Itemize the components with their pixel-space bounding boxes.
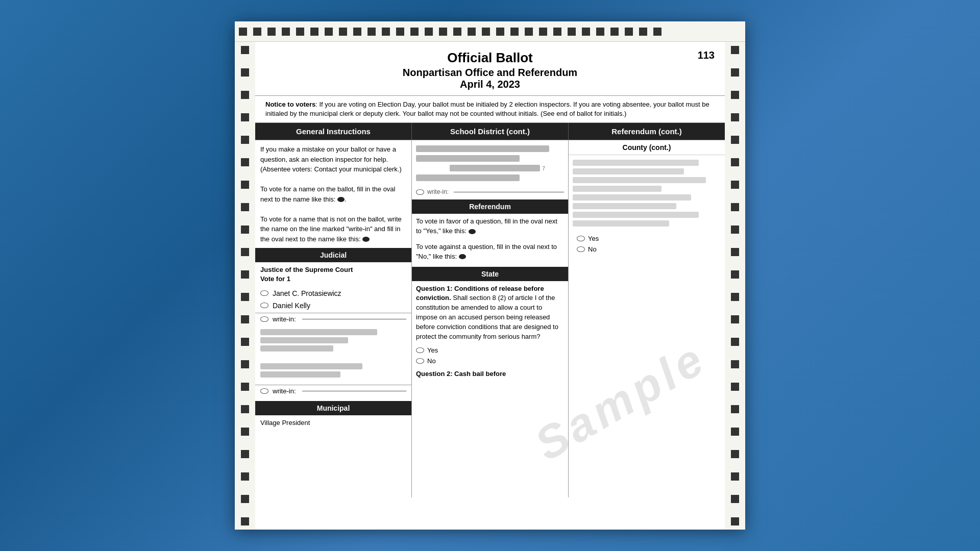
- race-title: Justice of the Supreme Court: [260, 266, 353, 273]
- write-in-oval[interactable]: [260, 316, 268, 322]
- question1-text: Question 1: Conditions of release before…: [412, 281, 568, 345]
- judicial-section-header: Judicial: [255, 248, 411, 262]
- school-write-in-label: write-in:: [427, 188, 449, 195]
- punch-hole: [731, 360, 739, 368]
- col2-header: School District (cont.): [412, 123, 569, 140]
- referendum-section-header: Referendum: [412, 199, 568, 214]
- punch-hole: [241, 113, 249, 121]
- right-punch-side: [725, 42, 745, 530]
- oval-yes-example: [469, 229, 476, 234]
- oval-filled-example2: [362, 237, 370, 242]
- punch-hole: [439, 28, 447, 36]
- county-blur-line: [573, 160, 699, 166]
- punch-hole: [731, 383, 739, 391]
- candidate-oval[interactable]: [260, 303, 268, 308]
- ballot-header: 113 Official Ballot Nonpartisan Office a…: [255, 42, 725, 96]
- punch-hole: [539, 28, 547, 36]
- question1-no-label: No: [427, 357, 436, 365]
- punch-hole: [241, 203, 249, 211]
- punch-hole: [241, 517, 249, 525]
- ballot-document: 113 Official Ballot Nonpartisan Office a…: [235, 21, 745, 530]
- punch-hole: [282, 28, 290, 36]
- punch-hole: [241, 181, 249, 189]
- question2-partial: Question 2: Cash bail before: [412, 366, 568, 382]
- punch-hole: [596, 28, 604, 36]
- punch-hole: [468, 28, 476, 36]
- punch-hole: [241, 405, 249, 413]
- question2-title: Question 2: Cash bail before: [416, 370, 506, 378]
- page-number: 113: [698, 49, 715, 61]
- judicial-race-item: Justice of the Supreme Court Vote for 1: [255, 262, 411, 287]
- punch-hole: [731, 338, 739, 346]
- ballot-date: April 4, 2023: [265, 79, 715, 90]
- punch-hole: [568, 28, 576, 36]
- punch-hole: [731, 136, 739, 144]
- punch-hole: [410, 28, 419, 36]
- punch-hole: [482, 28, 490, 36]
- write-in-label: write-in:: [273, 315, 296, 323]
- punch-hole: [241, 450, 249, 458]
- candidate-oval[interactable]: [260, 290, 268, 296]
- ballot-body: 113 Official Ballot Nonpartisan Office a…: [235, 42, 745, 530]
- left-punch-side: [235, 42, 255, 530]
- punch-hole: [453, 28, 461, 36]
- punch-hole: [241, 270, 249, 279]
- question1-yes-row: Yes: [412, 345, 568, 356]
- punch-hole: [496, 28, 504, 36]
- sd-blurred-line: [416, 145, 549, 152]
- punch-hole: [731, 46, 739, 54]
- blurred-line: [260, 329, 377, 335]
- village-president-label: Village President: [260, 419, 310, 427]
- question1-no-oval[interactable]: [416, 358, 424, 364]
- punch-hole: [625, 28, 633, 36]
- county-yes-label: Yes: [588, 235, 599, 242]
- county-yes-oval[interactable]: [577, 236, 585, 241]
- instructions-para1: If you make a mistake on your ballot or …: [255, 140, 411, 248]
- oval-no-example: [459, 254, 466, 259]
- punch-hole: [525, 28, 533, 36]
- candidate-name: Janet C. Protasiewicz: [273, 289, 341, 297]
- punch-hole: [353, 28, 361, 36]
- notice-section: Notice to voters: If you are voting on E…: [255, 96, 725, 123]
- question1-yes-oval[interactable]: [416, 347, 424, 353]
- candidate-row-protasiewicz: Janet C. Protasiewicz: [255, 287, 411, 299]
- punch-hole: [296, 28, 304, 36]
- punch-hole: [731, 450, 739, 458]
- county-blur-line: [573, 186, 662, 192]
- punch-hole: [510, 28, 519, 36]
- punch-hole: [731, 495, 739, 503]
- school-write-in-oval[interactable]: [416, 189, 424, 195]
- punch-hole: [253, 28, 261, 36]
- punch-hole: [731, 226, 739, 234]
- punch-hole: [241, 383, 249, 391]
- punch-hole: [582, 28, 590, 36]
- county-referendum-yes-no: Yes No: [569, 231, 725, 257]
- punch-hole: [241, 338, 249, 346]
- county-no-oval[interactable]: [577, 246, 585, 252]
- punch-hole: [241, 360, 249, 368]
- county-blur-line: [573, 220, 669, 227]
- punch-hole: [241, 293, 249, 301]
- punch-hole: [241, 158, 249, 166]
- instructions-text-p1: If you make a mistake on your ballot or …: [260, 144, 406, 174]
- punch-hole: [731, 248, 739, 256]
- punch-hole: [425, 28, 433, 36]
- county-cont-header: County (cont.): [569, 140, 725, 155]
- col3-header: Referendum (cont.): [569, 123, 725, 140]
- ballot-title: Official Ballot: [265, 49, 715, 67]
- punch-hole: [241, 68, 249, 77]
- county-yes-row: Yes: [573, 233, 721, 244]
- punch-hole: [731, 181, 739, 189]
- oval-filled-example: [337, 197, 345, 202]
- instructions-text-p2: To vote for a name on the ballot, fill i…: [260, 184, 406, 204]
- punch-hole: [241, 136, 249, 144]
- write-in-line: [302, 319, 406, 319]
- question1-yes-label: Yes: [427, 346, 438, 354]
- col1-header: General Instructions: [255, 123, 412, 140]
- question1-no-row: No: [412, 356, 568, 366]
- county-blur-line: [573, 194, 691, 201]
- punch-hole: [731, 68, 739, 77]
- write-in-oval-2[interactable]: [260, 388, 268, 394]
- punch-border-top: [235, 21, 745, 42]
- punch-hole: [731, 428, 739, 436]
